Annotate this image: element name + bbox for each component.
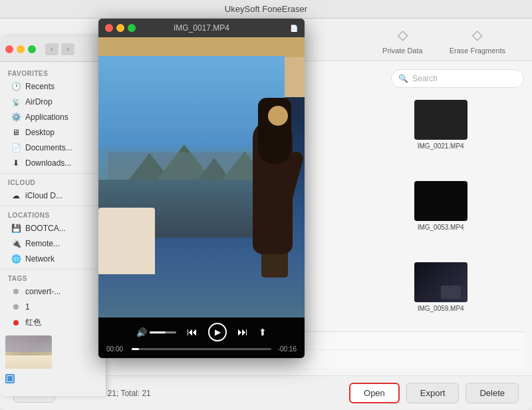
icloud-label: iCloud (0, 176, 106, 188)
video-background (98, 37, 305, 317)
airdrop-icon: 📡 (11, 97, 21, 107)
open-button[interactable]: Open (349, 383, 400, 403)
file-thumb-0059 (414, 262, 467, 302)
nav-item-erase-fragments[interactable]: ◇ Erase Fragments (450, 25, 505, 55)
file-name-0021: IMG_0021.MP4 (418, 142, 464, 150)
current-time: 00:00 (106, 345, 128, 353)
search-bar[interactable]: 🔍 Search (391, 69, 524, 88)
sidebar-item-tag-convert[interactable]: convert-... (3, 284, 103, 299)
finder-sidebar: Favorites 🕐 Recents 📡 AirDrop ⚙️ Applica… (0, 62, 106, 389)
app-title-bar: UkeySoft FoneEraser (0, 0, 532, 19)
video-title-bar: IMG_0017.MP4 📄 (98, 19, 305, 37)
video-file-icon: 📄 (290, 25, 298, 32)
tag-convert-label: convert-... (25, 287, 61, 296)
private-data-label: Private Data (382, 47, 423, 55)
airdrop-label: AirDrop (25, 97, 53, 106)
action-buttons-group: Open Export Delete (349, 383, 519, 403)
share-button[interactable]: ⬆ (259, 327, 267, 337)
video-maximize-btn[interactable] (128, 24, 136, 32)
favorites-label: Favorites (0, 67, 106, 79)
icloud-drive-label: iCloud D... (25, 191, 63, 200)
video-close-btn[interactable] (105, 24, 113, 32)
video-frame (98, 37, 305, 317)
finder-close-btn[interactable] (5, 45, 13, 53)
sidebar-item-tag-red[interactable]: 红色 (3, 315, 103, 330)
documents-label: Documents... (25, 143, 72, 152)
file-name-0053: IMG_0053.MP4 (418, 224, 464, 231)
finder-forward-btn[interactable]: › (61, 43, 74, 55)
video-controls: 🔊 ⏮ ▶ ⏭ ⬆ 00:00 -00:16 (98, 317, 305, 358)
tag-red-label: 红色 (25, 317, 41, 328)
documents-icon: 📄 (11, 142, 21, 153)
locations-label: Locations (0, 209, 106, 220)
sidebar-item-recents[interactable]: 🕐 Recents (3, 79, 103, 94)
rewind-button[interactable]: ⏮ (187, 326, 198, 338)
erase-fragments-label: Erase Fragments (450, 47, 505, 55)
duration-label: -00:16 (275, 345, 297, 353)
video-player: IMG_0017.MP4 📄 (98, 19, 305, 358)
progress-fill (132, 348, 139, 350)
sidebar-item-bootcamp[interactable]: 💾 BOOTCA... (3, 221, 103, 236)
svg-point-1 (13, 304, 19, 309)
sidebar-item-network[interactable]: 🌐 Network (3, 252, 103, 266)
network-label: Network (25, 254, 55, 264)
sidebar-item-airdrop[interactable]: 📡 AirDrop (3, 95, 103, 109)
play-button[interactable]: ▶ (208, 323, 227, 341)
sidebar-item-remote[interactable]: 🔌 Remote... (3, 236, 103, 251)
tag-1-label: 1 (25, 302, 30, 311)
sidebar-item-downloads[interactable]: ⬇ Downloads... (3, 156, 103, 170)
file-item-0053[interactable]: IMG_0053.MP4 (357, 177, 524, 250)
controls-row: 🔊 ⏮ ▶ ⏭ ⬆ (106, 323, 297, 341)
finder-window: ‹ › Favorites 🕐 Recents 📡 AirDrop ⚙️ App… (0, 37, 106, 396)
video-minimize-btn[interactable] (116, 24, 124, 32)
tag-1-icon (11, 302, 21, 312)
sidebar-item-icloud[interactable]: ☁ iCloud D... (3, 188, 103, 203)
fastforward-button[interactable]: ⏭ (237, 326, 248, 338)
network-icon: 🌐 (11, 254, 21, 264)
sidebar-divider-1 (0, 173, 106, 174)
volume-slider[interactable] (150, 331, 176, 333)
finder-minimize-btn[interactable] (17, 45, 25, 53)
sidebar-item-applications[interactable]: ⚙️ Applications (3, 110, 103, 124)
progress-row: 00:00 -00:16 (106, 345, 297, 353)
tag-convert-icon (11, 286, 21, 297)
icloud-icon: ☁ (11, 190, 21, 201)
downloads-label: Downloads... (25, 158, 71, 168)
sidebar-item-desktop[interactable]: 🖥 Desktop (3, 125, 103, 140)
file-item-0059[interactable]: IMG_0059.MP4 (357, 258, 524, 331)
file-thumb-0053 (414, 181, 467, 221)
volume-icon[interactable]: 🔊 (136, 327, 147, 337)
finder-maximize-btn[interactable] (28, 45, 36, 53)
sidebar-divider-2 (0, 206, 106, 206)
volume-area: 🔊 (136, 327, 176, 337)
delete-button[interactable]: Delete (466, 383, 519, 403)
export-button[interactable]: Export (406, 383, 460, 403)
bootcamp-label: BOOTCA... (25, 224, 66, 233)
applications-label: Applications (25, 112, 68, 122)
file-item-0021[interactable]: IMG_0021.MP4 (357, 96, 524, 169)
private-data-icon: ◇ (393, 25, 412, 44)
recents-icon: 🕐 (11, 81, 21, 92)
finder-back-btn[interactable]: ‹ (45, 43, 59, 55)
sidebar-item-documents[interactable]: 📄 Documents... (3, 140, 103, 155)
search-placeholder: Search (412, 74, 438, 83)
bootcamp-icon: 💾 (11, 223, 21, 234)
sidebar-item-tag-1[interactable]: 1 (3, 300, 103, 314)
finder-nav: ‹ › (45, 43, 74, 55)
sidebar-divider-3 (0, 269, 106, 270)
tags-label: Tags (0, 272, 106, 284)
scene-ceiling (98, 37, 305, 57)
remote-label: Remote... (25, 239, 60, 248)
scene-bed (98, 208, 155, 274)
finder-toolbar: ‹ › (0, 37, 106, 62)
video-traffic-lights (105, 24, 136, 32)
scene-figure (231, 98, 298, 278)
file-thumb-0021 (414, 100, 467, 140)
desktop-icon: 🖥 (11, 127, 21, 138)
nav-item-private-data[interactable]: ◇ Private Data (382, 25, 423, 55)
svg-point-2 (13, 320, 19, 325)
progress-bar[interactable] (132, 348, 271, 350)
search-icon: 🔍 (398, 74, 408, 83)
erase-fragments-icon: ◇ (468, 25, 487, 44)
recents-label: Recents (25, 82, 55, 91)
